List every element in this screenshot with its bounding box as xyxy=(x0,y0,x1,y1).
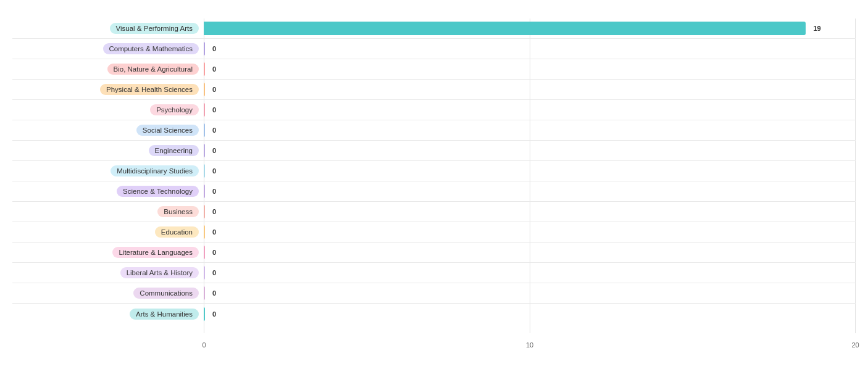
bar-fill: 0 xyxy=(204,185,205,198)
bar-value: 0 xyxy=(212,45,216,52)
bar-row: Engineering0 xyxy=(12,141,856,161)
bar-value: 0 xyxy=(212,228,216,236)
bar-row: Arts & Humanities0 xyxy=(12,304,856,324)
bar-label: Education xyxy=(155,226,199,238)
bar-value: 0 xyxy=(212,167,216,175)
axis-label-20: 20 xyxy=(851,341,859,349)
bar-row: Business0 xyxy=(12,202,856,222)
bar-row: Communications0 xyxy=(12,283,856,304)
bar-track: 0 xyxy=(204,141,856,160)
bar-row: Education0 xyxy=(12,222,856,243)
label-area: Bio, Nature & Agricultural xyxy=(12,64,204,75)
bar-fill: 0 xyxy=(204,164,205,178)
label-area: Science & Technology xyxy=(12,186,204,197)
bar-value: 0 xyxy=(212,269,216,276)
chart-area: 0 10 20 Visual & Performing Arts19Comput… xyxy=(12,19,856,352)
bar-track: 0 xyxy=(204,222,856,242)
bar-fill: 0 xyxy=(204,307,205,321)
bar-fill: 0 xyxy=(204,123,205,137)
bar-label: Psychology xyxy=(150,104,199,115)
bar-fill: 0 xyxy=(204,246,205,259)
bar-label: Physical & Health Sciences xyxy=(100,84,199,95)
label-area: Education xyxy=(12,226,204,238)
bar-row: Bio, Nature & Agricultural0 xyxy=(12,59,856,80)
bar-track: 0 xyxy=(204,304,856,324)
bar-label: Multidisciplinary Studies xyxy=(111,165,199,176)
label-area: Psychology xyxy=(12,104,204,115)
bar-track: 0 xyxy=(204,161,856,181)
bar-row: Science & Technology0 xyxy=(12,181,856,202)
bar-label: Engineering xyxy=(149,145,199,156)
bar-value: 0 xyxy=(212,147,216,154)
bar-fill: 0 xyxy=(204,62,205,76)
bar-row: Computers & Mathematics0 xyxy=(12,39,856,59)
bar-track: 0 xyxy=(204,202,856,222)
bar-value: 0 xyxy=(212,65,216,73)
label-area: Business xyxy=(12,206,204,217)
bar-label: Science & Technology xyxy=(117,186,199,197)
bar-track: 0 xyxy=(204,181,856,201)
bar-fill: 0 xyxy=(204,205,205,218)
bar-fill: 0 xyxy=(204,103,205,117)
bar-value: 0 xyxy=(212,127,216,134)
bar-track: 0 xyxy=(204,283,856,303)
bar-track: 0 xyxy=(204,80,856,99)
bar-label: Bio, Nature & Agricultural xyxy=(107,64,199,75)
bar-label: Communications xyxy=(133,288,199,299)
bar-fill: 0 xyxy=(204,42,205,56)
label-area: Engineering xyxy=(12,145,204,156)
label-area: Multidisciplinary Studies xyxy=(12,165,204,176)
bar-label: Visual & Performing Arts xyxy=(110,23,199,34)
label-area: Arts & Humanities xyxy=(12,309,204,320)
bar-label: Social Sciences xyxy=(136,125,199,136)
bar-value: 0 xyxy=(212,188,216,195)
bar-track: 0 xyxy=(204,100,856,120)
bar-fill: 0 xyxy=(204,225,205,239)
label-area: Communications xyxy=(12,288,204,299)
bar-track: 19 xyxy=(204,19,856,38)
bar-label: Liberal Arts & History xyxy=(120,267,199,278)
axis-label-10: 10 xyxy=(526,341,533,349)
axis-label-0: 0 xyxy=(202,341,206,349)
bar-value: 0 xyxy=(212,310,216,318)
bar-value: 0 xyxy=(212,289,216,297)
label-area: Literature & Languages xyxy=(12,247,204,258)
bar-row: Social Sciences0 xyxy=(12,120,856,141)
bar-row: Literature & Languages0 xyxy=(12,243,856,263)
bar-track: 0 xyxy=(204,59,856,79)
label-area: Physical & Health Sciences xyxy=(12,84,204,95)
bar-track: 0 xyxy=(204,39,856,59)
label-area: Liberal Arts & History xyxy=(12,267,204,278)
bar-label: Business xyxy=(157,206,199,217)
bar-label: Computers & Mathematics xyxy=(103,43,199,54)
bar-track: 0 xyxy=(204,263,856,283)
bars-container: Visual & Performing Arts19Computers & Ma… xyxy=(12,19,856,333)
bar-row: Multidisciplinary Studies0 xyxy=(12,161,856,181)
bar-row: Physical & Health Sciences0 xyxy=(12,80,856,100)
bar-value: 0 xyxy=(212,208,216,215)
bar-row: Psychology0 xyxy=(12,100,856,120)
bar-track: 0 xyxy=(204,243,856,262)
bar-label: Literature & Languages xyxy=(112,247,199,258)
bar-value: 0 xyxy=(212,249,216,256)
bar-label: Arts & Humanities xyxy=(130,309,199,320)
bar-track: 0 xyxy=(204,120,856,140)
bar-row: Visual & Performing Arts19 xyxy=(12,19,856,39)
label-area: Computers & Mathematics xyxy=(12,43,204,54)
bar-fill: 0 xyxy=(204,83,205,96)
bar-fill: 0 xyxy=(204,144,205,157)
bar-value: 0 xyxy=(212,106,216,114)
label-area: Social Sciences xyxy=(12,125,204,136)
bar-fill: 0 xyxy=(204,286,205,300)
bar-value: 19 xyxy=(813,25,820,32)
label-area: Visual & Performing Arts xyxy=(12,23,204,34)
bar-value: 0 xyxy=(212,86,216,93)
chart-container: 0 10 20 Visual & Performing Arts19Comput… xyxy=(0,0,868,390)
bar-fill: 0 xyxy=(204,266,205,280)
bar-fill: 19 xyxy=(204,22,806,35)
bar-row: Liberal Arts & History0 xyxy=(12,263,856,283)
